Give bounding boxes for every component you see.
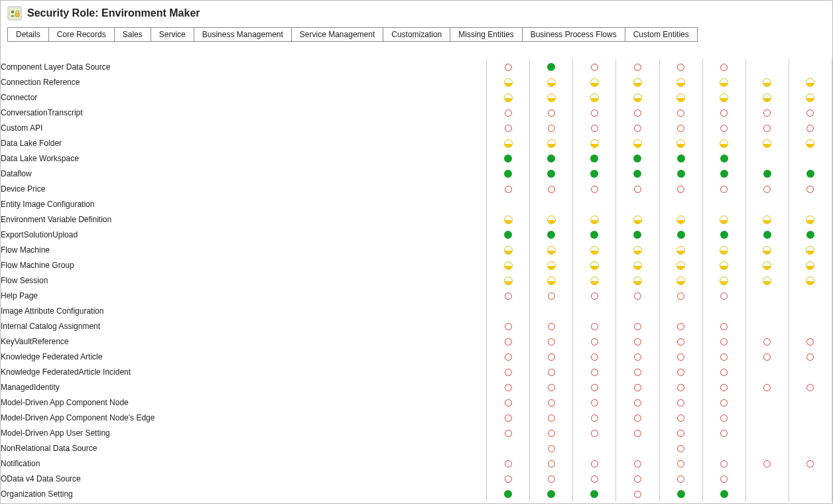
priv-cell[interactable] bbox=[616, 334, 659, 349]
priv-organization-icon[interactable] bbox=[677, 231, 685, 239]
priv-cell[interactable] bbox=[789, 303, 832, 318]
priv-cell[interactable] bbox=[487, 227, 530, 242]
priv-organization-icon[interactable] bbox=[677, 155, 685, 162]
priv-cell[interactable] bbox=[789, 166, 832, 181]
priv-cell[interactable] bbox=[789, 196, 832, 212]
priv-none-icon[interactable] bbox=[677, 369, 684, 376]
priv-cell[interactable] bbox=[530, 288, 573, 303]
priv-none-icon[interactable] bbox=[591, 323, 598, 330]
priv-cell[interactable] bbox=[616, 135, 659, 151]
priv-cell[interactable] bbox=[573, 59, 616, 74]
priv-cell[interactable] bbox=[745, 59, 789, 74]
priv-user-icon[interactable] bbox=[806, 261, 814, 270]
priv-cell[interactable] bbox=[702, 379, 745, 395]
priv-cell[interactable] bbox=[745, 471, 789, 486]
priv-organization-icon[interactable] bbox=[763, 231, 771, 239]
priv-none-icon[interactable] bbox=[677, 399, 684, 407]
priv-cell[interactable] bbox=[702, 151, 745, 166]
tab-customization[interactable]: Customization bbox=[383, 27, 450, 42]
priv-none-icon[interactable] bbox=[505, 430, 512, 437]
priv-user-icon[interactable] bbox=[676, 94, 685, 102]
priv-none-icon[interactable] bbox=[591, 369, 598, 376]
priv-cell[interactable] bbox=[530, 59, 573, 74]
priv-cell[interactable] bbox=[659, 273, 702, 288]
priv-none-icon[interactable] bbox=[677, 125, 684, 132]
priv-cell[interactable] bbox=[789, 425, 832, 440]
priv-user-icon[interactable] bbox=[720, 261, 728, 270]
priv-user-icon[interactable] bbox=[676, 216, 685, 224]
priv-none-icon[interactable] bbox=[548, 414, 555, 422]
priv-cell[interactable] bbox=[702, 181, 745, 196]
priv-cell[interactable] bbox=[530, 212, 573, 227]
priv-none-icon[interactable] bbox=[548, 109, 555, 117]
priv-user-icon[interactable] bbox=[763, 94, 771, 102]
priv-cell[interactable] bbox=[487, 395, 530, 410]
priv-cell[interactable] bbox=[573, 151, 616, 166]
priv-none-icon[interactable] bbox=[548, 323, 555, 330]
priv-none-icon[interactable] bbox=[677, 64, 684, 71]
tab-service-management[interactable]: Service Management bbox=[291, 27, 383, 42]
priv-none-icon[interactable] bbox=[505, 475, 512, 483]
priv-none-icon[interactable] bbox=[763, 353, 771, 361]
priv-cell[interactable] bbox=[745, 135, 789, 151]
priv-none-icon[interactable] bbox=[548, 445, 555, 452]
priv-cell[interactable] bbox=[702, 135, 745, 151]
priv-cell[interactable] bbox=[616, 440, 659, 456]
priv-cell[interactable] bbox=[530, 318, 573, 334]
priv-none-icon[interactable] bbox=[505, 186, 512, 193]
priv-cell[interactable] bbox=[745, 257, 789, 273]
priv-cell[interactable] bbox=[789, 151, 832, 166]
priv-cell[interactable] bbox=[702, 166, 745, 181]
priv-cell[interactable] bbox=[745, 379, 789, 395]
priv-cell[interactable] bbox=[659, 456, 702, 471]
priv-none-icon[interactable] bbox=[720, 186, 728, 193]
priv-cell[interactable] bbox=[573, 410, 616, 425]
priv-cell[interactable] bbox=[530, 379, 573, 395]
priv-cell[interactable] bbox=[487, 334, 530, 349]
priv-none-icon[interactable] bbox=[505, 353, 512, 361]
priv-cell[interactable] bbox=[659, 318, 702, 334]
priv-none-icon[interactable] bbox=[591, 384, 598, 391]
priv-cell[interactable] bbox=[745, 303, 789, 318]
priv-cell[interactable] bbox=[745, 74, 789, 90]
priv-none-icon[interactable] bbox=[677, 353, 684, 361]
priv-cell[interactable] bbox=[573, 105, 616, 120]
tab-business-process-flows[interactable]: Business Process Flows bbox=[522, 27, 625, 42]
priv-cell[interactable] bbox=[789, 74, 832, 90]
priv-cell[interactable] bbox=[789, 395, 832, 410]
priv-organization-icon[interactable] bbox=[590, 231, 598, 239]
priv-cell[interactable] bbox=[745, 486, 789, 501]
priv-cell[interactable] bbox=[487, 105, 530, 120]
priv-cell[interactable] bbox=[702, 273, 745, 288]
priv-none-icon[interactable] bbox=[763, 125, 771, 132]
priv-cell[interactable] bbox=[487, 471, 530, 486]
priv-none-icon[interactable] bbox=[763, 186, 771, 193]
priv-organization-icon[interactable] bbox=[677, 490, 685, 498]
priv-cell[interactable] bbox=[487, 364, 530, 379]
priv-user-icon[interactable] bbox=[590, 216, 599, 224]
priv-cell[interactable] bbox=[487, 379, 530, 395]
priv-cell[interactable] bbox=[659, 105, 702, 120]
tab-missing-entities[interactable]: Missing Entities bbox=[450, 27, 522, 42]
priv-cell[interactable] bbox=[659, 227, 702, 242]
priv-cell[interactable] bbox=[745, 334, 789, 349]
priv-none-icon[interactable] bbox=[591, 186, 598, 193]
priv-none-icon[interactable] bbox=[677, 475, 684, 483]
priv-cell[interactable] bbox=[745, 425, 789, 440]
priv-cell[interactable] bbox=[487, 303, 530, 318]
priv-cell[interactable] bbox=[616, 425, 659, 440]
priv-none-icon[interactable] bbox=[634, 109, 641, 117]
priv-cell[interactable] bbox=[616, 257, 659, 273]
priv-user-icon[interactable] bbox=[763, 277, 771, 285]
priv-cell[interactable] bbox=[616, 227, 659, 242]
priv-cell[interactable] bbox=[573, 364, 616, 379]
priv-cell[interactable] bbox=[573, 303, 616, 318]
priv-none-icon[interactable] bbox=[634, 186, 641, 193]
priv-cell[interactable] bbox=[702, 334, 745, 349]
priv-cell[interactable] bbox=[659, 440, 702, 456]
priv-cell[interactable] bbox=[530, 425, 573, 440]
priv-cell[interactable] bbox=[789, 59, 832, 74]
priv-cell[interactable] bbox=[702, 303, 745, 318]
priv-cell[interactable] bbox=[659, 135, 702, 151]
priv-organization-icon[interactable] bbox=[720, 170, 728, 178]
